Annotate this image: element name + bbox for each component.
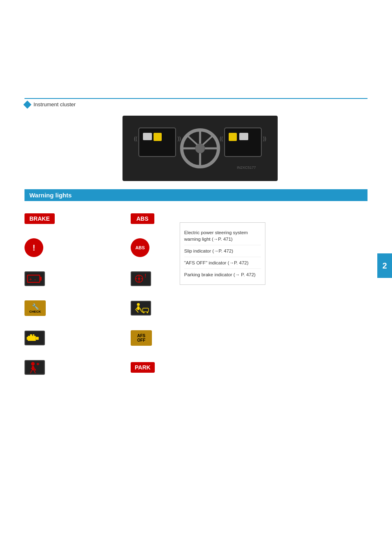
engine-svg	[24, 331, 45, 345]
svg-rect-0	[139, 128, 176, 157]
tab-number-label: 2	[382, 261, 387, 271]
tooltip-row-eps: Electric power steering system warning l…	[184, 227, 261, 245]
dashboard-image: (( )) (( )) IN2XC5177	[122, 116, 278, 181]
eps-svg: !	[131, 271, 151, 286]
dashboard-svg: (( )) (( )) IN2XC5177	[131, 120, 270, 177]
svg-text:)): ))	[263, 136, 266, 141]
warn-left-seatbelt: ✱	[24, 360, 131, 375]
warn-right-slip	[131, 301, 368, 316]
seatbelt-svg: ✱	[24, 360, 45, 375]
svg-text:((: ((	[220, 136, 223, 141]
warn-left-exclamation: !	[24, 238, 131, 257]
svg-text:-: -	[34, 277, 36, 282]
battery-indicator: + -	[24, 271, 45, 286]
diamond-icon	[23, 101, 31, 109]
check-engine-box: 🔧 CHECK	[24, 300, 46, 316]
page-container: 2 Instrument cluster (( ))	[0, 98, 392, 555]
abs-circle-indicator: ABS	[131, 238, 149, 257]
afs-off-indicator: AFS OFF	[131, 330, 152, 346]
check-text-label: CHECK	[29, 310, 41, 313]
svg-point-28	[138, 278, 140, 280]
svg-rect-1	[143, 133, 152, 140]
svg-rect-13	[225, 128, 261, 157]
warn-left-check: 🔧 CHECK	[24, 300, 131, 316]
svg-text:!: !	[145, 273, 146, 279]
tooltip-row-slip: Slip indicator (→P. 472)	[184, 245, 261, 257]
svg-rect-15	[239, 133, 248, 140]
park-box: PARK	[131, 362, 155, 373]
svg-line-49	[34, 370, 36, 373]
svg-line-32	[136, 310, 138, 312]
svg-line-12	[203, 135, 213, 145]
svg-rect-20	[40, 277, 41, 281]
abs-circle: ABS	[131, 238, 149, 257]
afs-label1: AFS	[137, 333, 145, 338]
afs-label2: OFF	[137, 338, 145, 342]
svg-rect-41	[33, 334, 35, 336]
afs-off-box: AFS OFF	[131, 330, 152, 346]
svg-line-33	[140, 310, 143, 312]
park-indicator: PARK	[131, 362, 155, 373]
tooltip-panel: Electric power steering system warning l…	[180, 222, 265, 285]
warning-lights-header: Warning lights	[24, 189, 368, 201]
svg-rect-43	[27, 337, 28, 340]
warning-row-5: AFS OFF	[24, 330, 368, 346]
svg-rect-36	[143, 308, 148, 312]
seatbelt-indicator: ✱	[24, 360, 45, 375]
exclamation-circle: !	[24, 238, 43, 257]
warning-row-6: ✱ PARK	[24, 360, 368, 375]
exclamation-indicator: !	[24, 238, 43, 257]
check-indicator: 🔧 CHECK	[24, 300, 46, 316]
warn-right-afs: AFS OFF	[131, 330, 368, 346]
svg-rect-42	[36, 337, 39, 340]
svg-text:((: ((	[134, 136, 137, 141]
section-header-text: Instrument cluster	[33, 101, 76, 107]
svg-line-34	[136, 308, 137, 310]
tooltip-row-afs: "AFS OFF" indicator (→P. 472)	[184, 257, 261, 269]
eps-indicator: !	[131, 271, 151, 286]
svg-text:+: +	[29, 277, 32, 282]
check-engine-icon: 🔧	[32, 303, 39, 310]
svg-line-11	[187, 135, 197, 145]
svg-rect-31	[137, 307, 139, 310]
svg-line-35	[139, 308, 141, 310]
warn-left-engine	[24, 331, 131, 345]
tooltip-row-park: Parking brake indicator (→ P. 472)	[184, 269, 261, 280]
warn-right-park: PARK	[131, 362, 368, 373]
warning-lights-title: Warning lights	[29, 192, 72, 199]
section-header: Instrument cluster	[24, 98, 368, 107]
warn-left-battery: + -	[24, 271, 131, 286]
engine-indicator	[24, 331, 45, 345]
slip-indicator	[131, 301, 151, 316]
svg-rect-2	[154, 133, 162, 141]
brake-box: BRAKE	[24, 213, 55, 224]
side-tab-number: 2	[377, 253, 392, 278]
abs-indicator: ABS	[131, 213, 154, 224]
svg-text:✱: ✱	[36, 362, 40, 366]
svg-rect-14	[229, 133, 237, 141]
warn-left-brake: BRAKE	[24, 213, 131, 224]
warn-right-eps: ! Electric power steering system warning…	[131, 271, 368, 286]
svg-line-48	[30, 370, 32, 373]
warnings-container: BRAKE ABS ! ABS	[24, 213, 368, 375]
abs-box: ABS	[131, 213, 154, 224]
slip-svg	[131, 301, 151, 316]
svg-text:)): ))	[178, 136, 181, 141]
brake-indicator: BRAKE	[24, 213, 55, 224]
battery-svg: + -	[24, 271, 45, 286]
warning-row-3: + - !	[24, 271, 368, 286]
warning-row-4: 🔧 CHECK	[24, 300, 368, 316]
svg-point-38	[147, 312, 148, 313]
svg-point-30	[137, 303, 140, 306]
svg-point-44	[31, 362, 35, 366]
svg-text:IN2XC5177: IN2XC5177	[237, 166, 256, 170]
svg-rect-39	[28, 336, 36, 341]
svg-rect-40	[30, 334, 32, 336]
svg-point-37	[143, 312, 145, 313]
